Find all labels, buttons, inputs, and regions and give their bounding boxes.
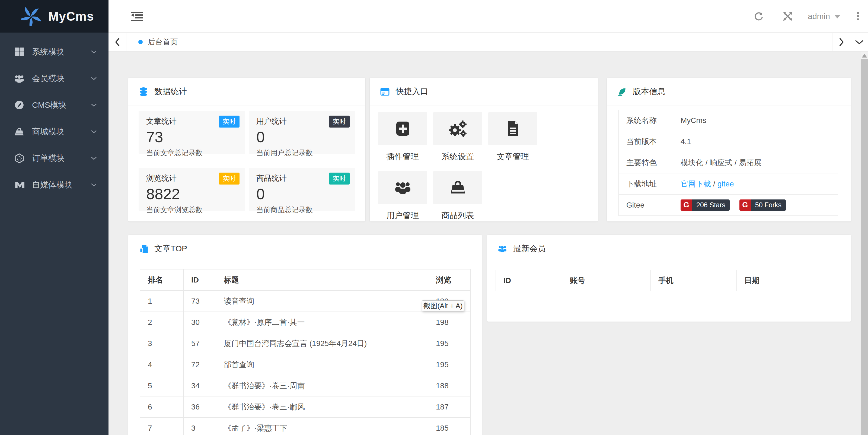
table-row: 主要特色 模块化 / 响应式 / 易拓展: [619, 152, 838, 173]
badge-text: 50 Forks: [751, 199, 786, 211]
card-title: 文章TOP: [154, 243, 187, 254]
sidebar-toggle-icon[interactable]: [131, 11, 143, 22]
version-row-label: 下载地址: [619, 173, 673, 195]
quick-label: 商品列表: [433, 210, 482, 221]
card-header: 最新会员: [487, 235, 851, 263]
table-row: 下载地址 官网下载/gitee: [619, 173, 838, 195]
users-icon: [14, 73, 24, 84]
official-download-link[interactable]: 官网下载: [681, 180, 711, 188]
article-rank: 2: [140, 312, 184, 333]
header-actions: admin: [753, 11, 868, 22]
sidebar-item-shop[interactable]: 商城模块: [0, 118, 108, 145]
quick-item-users[interactable]: 用户管理: [378, 171, 427, 221]
gitee-stars-badge[interactable]: G 206 Stars: [681, 199, 730, 211]
user-menu[interactable]: admin: [808, 12, 840, 21]
sidebar-item-members[interactable]: 会员模块: [0, 65, 108, 92]
quick-item-plugins[interactable]: 插件管理: [378, 112, 427, 162]
card-header: 版本信息: [607, 78, 851, 106]
col-id: ID: [184, 269, 216, 291]
app-root: MyCms 系统模块 会员模块: [0, 0, 868, 435]
sidebar-item-label: 自媒体模块: [32, 179, 73, 191]
pinwheel-logo-icon: [21, 6, 41, 26]
gitee-logo-icon: G: [739, 199, 751, 211]
link-separator: /: [713, 180, 715, 188]
article-title: 读音查询: [216, 291, 428, 312]
sidebar-item-label: 会员模块: [32, 73, 65, 84]
card-title: 最新会员: [513, 243, 546, 254]
tab-home[interactable]: 后台首页: [126, 33, 190, 51]
article-title: 《孟子》·梁惠王下: [216, 417, 428, 435]
quick-item-goods[interactable]: 商品列表: [433, 171, 482, 221]
scrollbar-thumb[interactable]: [861, 59, 868, 435]
col-date: 日期: [737, 270, 825, 291]
tab-scroll-left-icon[interactable]: [108, 33, 126, 51]
status-badge: 实时: [219, 173, 240, 184]
app-title: MyCms: [48, 9, 94, 24]
article-views: 198: [428, 312, 471, 333]
sidebar-menu: 系统模块 会员模块: [0, 33, 108, 198]
file-text-icon: [504, 119, 522, 138]
app-logo: MyCms: [0, 0, 108, 33]
gitee-link[interactable]: gitee: [717, 180, 734, 188]
chevron-down-icon: [91, 76, 97, 81]
card-data-stats: 数据统计 文章统计 实时 73 当前文章总记录数 用户统计 实时 0 当前用户总…: [128, 78, 365, 222]
gitee-forks-badge[interactable]: G 50 Forks: [739, 199, 786, 211]
col-id: ID: [496, 270, 562, 291]
card-header: 数据统计: [128, 78, 365, 106]
username: admin: [808, 12, 830, 21]
version-row-label: Gitee: [619, 195, 673, 216]
plus-square-icon: [394, 119, 412, 138]
sidebar-item-cms[interactable]: CMS模块: [0, 92, 108, 118]
users-icon: [497, 244, 507, 254]
leaf-icon: [617, 87, 627, 96]
quick-item-articles[interactable]: 文章管理: [488, 112, 537, 162]
screenshot-tooltip: 截图(Alt + A): [422, 300, 464, 311]
article-id: 3: [184, 417, 216, 435]
chevron-down-icon: [91, 129, 97, 134]
col-phone: 手机: [651, 270, 737, 291]
stat-desc: 当前文章浏览总数: [146, 205, 237, 215]
version-row-value: 4.1: [673, 131, 838, 152]
stat-desc: 当前商品总记录数: [256, 205, 347, 215]
more-menu-icon[interactable]: [855, 11, 860, 22]
vertical-scrollbar[interactable]: [861, 52, 868, 435]
stat-value: 0: [256, 128, 347, 145]
sidebar-item-system[interactable]: 系统模块: [0, 38, 108, 65]
table-row: Gitee G 206 Stars G 50 Forks: [619, 195, 838, 216]
gitee-logo-icon: G: [681, 199, 692, 211]
card-latest-members: 最新会员 ID 账号 手机 日期: [487, 235, 851, 322]
main-content: 数据统计 文章统计 实时 73 当前文章总记录数 用户统计 实时 0 当前用户总…: [108, 52, 868, 435]
version-table: 系统名称 MyCms 当前版本 4.1 主要特色 模块化 / 响应式 / 易拓展…: [618, 110, 838, 216]
sidebar-item-label: 系统模块: [32, 47, 65, 58]
article-title: 《群书治要》·卷三·鄘风: [216, 397, 428, 417]
fullscreen-icon[interactable]: [782, 11, 793, 22]
article-views: 195: [428, 333, 471, 354]
card-title: 快捷入口: [396, 86, 428, 97]
users-icon: [394, 178, 412, 197]
version-row-value: 模块化 / 响应式 / 易拓展: [673, 152, 838, 173]
top-header: admin: [108, 0, 868, 33]
shopping-bag-icon: [448, 178, 467, 197]
table-row: 5 34 《群书治要》·卷三·周南 188: [140, 375, 471, 397]
refresh-icon[interactable]: [753, 11, 764, 22]
card-quick-entry: 快捷入口 插件管理: [370, 78, 598, 222]
stats-grid: 文章统计 实时 73 当前文章总记录数 用户统计 实时 0 当前用户总记录数 浏…: [128, 106, 365, 216]
scrollbar-up-arrow-icon[interactable]: [862, 54, 867, 58]
tab-label: 后台首页: [148, 37, 178, 47]
quick-item-settings[interactable]: 系统设置: [433, 112, 482, 162]
tab-scroll-right-icon[interactable]: [832, 33, 850, 51]
quick-label: 系统设置: [433, 151, 482, 162]
quick-label: 用户管理: [378, 210, 427, 221]
tab-list-dropdown-icon[interactable]: [850, 33, 868, 51]
quick-box: [378, 112, 427, 145]
table-row: 4 72 部首查询 195: [140, 354, 471, 375]
article-rank: 5: [140, 375, 184, 397]
version-row-label: 主要特色: [619, 152, 673, 173]
sidebar-item-orders[interactable]: 订单模块: [0, 145, 108, 172]
browser-window-icon: [380, 87, 390, 96]
sidebar-item-media[interactable]: 自媒体模块: [0, 172, 108, 198]
download-links: 官网下载/gitee: [673, 173, 838, 195]
version-row-label: 系统名称: [619, 110, 673, 131]
table-header-row: 排名 ID 标题 浏览: [140, 269, 471, 291]
table-row: 当前版本 4.1: [619, 131, 838, 152]
